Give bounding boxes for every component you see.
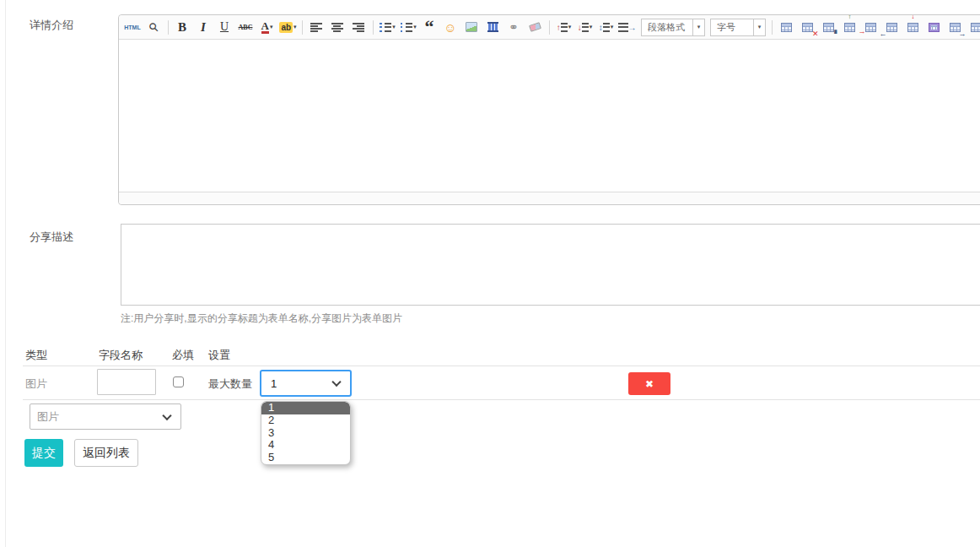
max-count-label: 最大数量 bbox=[208, 376, 252, 392]
icon-glyph bbox=[380, 23, 391, 32]
font-color-icon[interactable]: A ▾ bbox=[258, 17, 277, 37]
header-divider bbox=[23, 366, 980, 366]
icon-overlay: ↓ bbox=[911, 15, 915, 20]
required-checkbox[interactable] bbox=[173, 376, 184, 387]
bold-icon[interactable]: B bbox=[174, 17, 192, 37]
align-center-icon[interactable] bbox=[329, 17, 347, 37]
col-header-field-name: 字段名称 bbox=[99, 348, 143, 363]
icon-overlay: → bbox=[628, 24, 637, 31]
dropdown-option[interactable]: 3 bbox=[261, 427, 350, 440]
html-source-icon[interactable]: HTML bbox=[124, 17, 143, 37]
emoticons-icon[interactable]: ☺ bbox=[442, 17, 460, 37]
icon-overlay: → bbox=[859, 28, 866, 35]
strikethrough-icon[interactable]: ABC bbox=[237, 17, 256, 37]
toolbar-group-table: ✕ ▘ ↑ → ← ↓ bbox=[776, 17, 980, 37]
align-left-icon[interactable] bbox=[308, 17, 326, 37]
icon-glyph: ab bbox=[279, 22, 293, 33]
add-field-type-select[interactable]: 图片 bbox=[30, 403, 181, 430]
col-header-type: 类型 bbox=[25, 348, 47, 363]
back-to-list-button[interactable]: 返回列表 bbox=[74, 439, 138, 467]
highlight-color-icon[interactable]: ab ▾ bbox=[279, 17, 298, 37]
dropdown-option[interactable]: 2 bbox=[261, 414, 350, 427]
italic-icon[interactable]: I bbox=[195, 17, 213, 37]
paragraph-format-value: 段落格式 bbox=[642, 19, 692, 35]
delete-field-button[interactable]: ✖ bbox=[628, 372, 670, 395]
chevron-down-icon: ▾ bbox=[568, 24, 572, 30]
editor-statusbar[interactable] bbox=[119, 192, 980, 204]
insert-table-icon[interactable] bbox=[778, 17, 796, 37]
icon-glyph: B bbox=[178, 20, 186, 35]
share-desc-label: 分享描述 bbox=[30, 230, 73, 245]
dropdown-option[interactable]: 4 bbox=[261, 439, 350, 452]
chevron-down-icon bbox=[331, 377, 341, 387]
chevron-down-icon bbox=[162, 410, 171, 420]
toolbar-group-main: HTML ⚲ B bbox=[122, 17, 638, 37]
icon-glyph: I bbox=[201, 20, 206, 35]
icon-glyph bbox=[487, 22, 498, 32]
table-grid-glyph bbox=[781, 23, 792, 32]
icon-glyph bbox=[618, 23, 628, 32]
icon-overlay: ✕ bbox=[812, 30, 819, 38]
icon-glyph bbox=[561, 23, 568, 32]
cell-props-icon[interactable] bbox=[925, 17, 944, 37]
image-icon[interactable] bbox=[463, 17, 482, 37]
margin-bottom-icon[interactable]: ↓ ▾ bbox=[576, 17, 595, 37]
insert-col-right-icon[interactable]: → bbox=[946, 17, 965, 37]
rich-text-editor: HTML ⚲ B bbox=[118, 14, 980, 205]
align-right-icon[interactable] bbox=[350, 17, 369, 37]
table-grid-glyph bbox=[907, 23, 918, 32]
underline-icon[interactable]: U bbox=[216, 17, 234, 37]
icon-overlay: ▘ bbox=[834, 30, 839, 38]
insert-row-below-icon[interactable]: ↓ bbox=[967, 17, 980, 37]
chevron-down-icon: ▾ bbox=[270, 24, 273, 30]
table-grid-glyph bbox=[929, 23, 940, 32]
chevron-down-icon: ▾ bbox=[611, 24, 614, 30]
delete-table-icon[interactable]: ✕ bbox=[799, 17, 817, 37]
field-name-input[interactable] bbox=[97, 369, 156, 395]
toolbar-separator bbox=[549, 20, 550, 35]
icon-glyph bbox=[331, 23, 343, 32]
icon-glyph: ☺ bbox=[444, 20, 456, 35]
line-height-icon[interactable]: ↕ ▾ bbox=[597, 17, 616, 37]
icon-glyph: A bbox=[261, 21, 269, 34]
chevron-down-icon: ▾ bbox=[413, 24, 417, 30]
icon-glyph: HTML bbox=[124, 24, 140, 30]
table-grid-glyph bbox=[971, 23, 980, 32]
max-count-select[interactable]: 1 bbox=[260, 370, 352, 397]
blockquote-icon[interactable]: “ bbox=[421, 17, 439, 37]
font-size-select[interactable]: 字号 ▾ bbox=[710, 19, 766, 36]
indent-icon[interactable]: → bbox=[618, 17, 638, 37]
panel-left-border bbox=[5, 0, 6, 547]
ordered-list-icon[interactable]: ▾ bbox=[379, 17, 397, 37]
insert-row-above-icon[interactable]: ↑ bbox=[841, 17, 859, 37]
icon-glyph bbox=[310, 23, 322, 32]
detail-intro-label: 详情介绍 bbox=[30, 18, 73, 33]
insert-col-left-icon[interactable]: ← bbox=[883, 17, 902, 37]
dropdown-option[interactable]: 5 bbox=[261, 452, 350, 464]
form-edit-page: 详情介绍 HTML ⚲ B bbox=[0, 0, 980, 547]
icon-glyph: ⚭ bbox=[509, 20, 519, 34]
icon-glyph: ABC bbox=[239, 24, 253, 31]
row-divider bbox=[23, 399, 980, 400]
unordered-list-icon[interactable]: ▾ bbox=[400, 17, 418, 37]
media-icon[interactable] bbox=[484, 17, 503, 37]
icon-glyph bbox=[401, 23, 412, 32]
paragraph-format-select[interactable]: 段落格式 ▾ bbox=[641, 19, 705, 36]
remove-format-icon[interactable] bbox=[526, 17, 545, 37]
share-desc-textarea[interactable] bbox=[121, 224, 980, 306]
max-count-value: 1 bbox=[271, 377, 277, 390]
submit-button[interactable]: 提交 bbox=[24, 439, 63, 467]
icon-glyph: ⚲ bbox=[146, 19, 160, 34]
table-props-icon[interactable]: ▘ bbox=[820, 17, 838, 37]
link-icon[interactable]: ⚭ bbox=[505, 17, 524, 37]
preview-icon[interactable]: ⚲ bbox=[145, 17, 164, 37]
share-note: 注:用户分享时,显示的分享标题为表单名称,分享图片为表单图片 bbox=[121, 311, 402, 326]
delete-col-icon[interactable]: ↓ bbox=[904, 17, 923, 37]
dropdown-option[interactable]: 1 bbox=[261, 402, 350, 414]
margin-top-icon[interactable]: ↑ ▾ bbox=[555, 17, 573, 37]
add-field-type-value: 图片 bbox=[37, 409, 59, 425]
icon-overlay: ← bbox=[880, 30, 887, 38]
icon-overlay: → bbox=[959, 30, 967, 38]
delete-row-icon[interactable]: → bbox=[862, 17, 880, 37]
editor-content-area[interactable] bbox=[119, 40, 980, 192]
